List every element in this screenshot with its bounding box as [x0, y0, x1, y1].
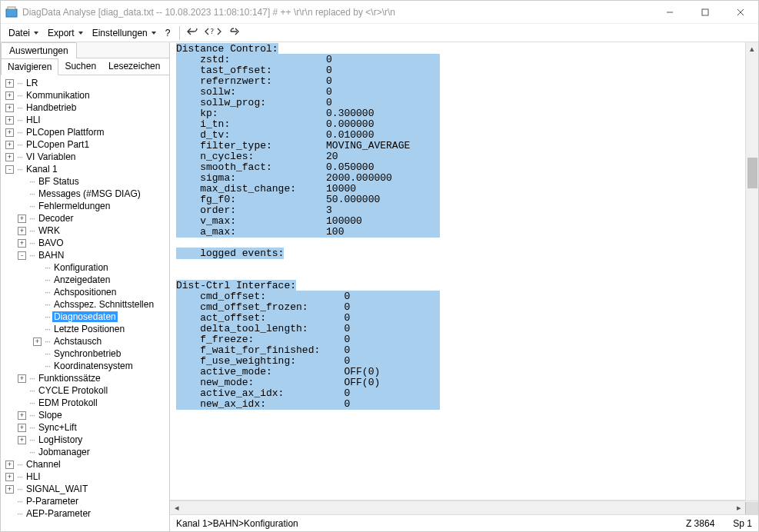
tree-item-label[interactable]: BF Status	[37, 176, 81, 187]
editor-content[interactable]: Distance Control: zstd: 0 tast_offset: 0…	[170, 42, 758, 441]
tree-item-label[interactable]: Fehlermeldungen	[37, 201, 112, 211]
tree-item[interactable]: ···Anzeigedaten	[1, 274, 169, 286]
tree-item[interactable]: ···Letzte Positionen	[1, 323, 169, 335]
expand-icon[interactable]: +	[18, 374, 26, 383]
tree-item[interactable]: +···LR	[1, 77, 169, 89]
tree-item[interactable]: +···PLCopen Part1	[1, 138, 169, 151]
close-button[interactable]	[723, 1, 758, 24]
tab-navigieren[interactable]: Navigieren	[1, 58, 58, 75]
tree-item[interactable]: ···P-Parameter	[1, 495, 169, 507]
tree-item-label[interactable]: LogHistory	[37, 434, 84, 445]
tree-item-label[interactable]: Anzeigedaten	[52, 274, 112, 285]
expand-icon[interactable]: +	[5, 485, 14, 494]
tree-item-label[interactable]: BAVO	[37, 238, 65, 248]
menu-export[interactable]: Export	[45, 26, 86, 40]
scroll-thumb[interactable]	[747, 158, 757, 188]
tree-item-label[interactable]: SIGNAL_WAIT	[25, 484, 89, 494]
nav-forward-icon[interactable]	[228, 26, 241, 39]
vertical-scrollbar[interactable]: ▴	[745, 42, 758, 500]
tree-item[interactable]: +···Slope	[1, 409, 169, 421]
expand-icon[interactable]: +	[18, 411, 26, 420]
tree-item[interactable]: ···Fehlermeldungen	[1, 200, 169, 212]
tree-item-label[interactable]: Decoder	[37, 213, 75, 224]
tab-auswertungen[interactable]: Auswertungen	[1, 42, 77, 58]
expand-icon[interactable]: +	[5, 473, 14, 481]
tree-view[interactable]: +···LR+···Kommunikation+···Handbetrieb+·…	[1, 75, 169, 531]
scroll-left-icon[interactable]: ◂	[170, 502, 183, 514]
tree-item[interactable]: ···Achsspez. Schnittstellen	[1, 298, 169, 311]
nav-back-icon[interactable]	[186, 26, 200, 39]
tree-item-label[interactable]: WRK	[37, 225, 62, 236]
tree-item[interactable]: +···PLCopen Plattform	[1, 126, 169, 138]
tab-suchen[interactable]: Suchen	[58, 58, 102, 75]
expand-icon[interactable]: +	[5, 128, 14, 137]
expand-icon[interactable]: +	[5, 104, 14, 112]
tree-item[interactable]: ···Achspositionen	[1, 286, 169, 298]
menu-settings[interactable]: Einstellungen	[89, 26, 159, 40]
minimize-button[interactable]	[652, 1, 687, 24]
tree-item-label[interactable]: Koordinatensystem	[52, 361, 135, 371]
expand-icon[interactable]: +	[18, 214, 26, 223]
tree-item[interactable]: ···AEP-Parameter	[1, 507, 169, 520]
tree-item-label[interactable]: Jobmanager	[37, 447, 92, 457]
expand-icon[interactable]: +	[5, 91, 14, 100]
expand-icon[interactable]: +	[33, 337, 42, 346]
menu-help[interactable]: ?	[162, 26, 174, 40]
tree-item-label[interactable]: LR	[25, 78, 39, 88]
tree-item-label[interactable]: HLI	[25, 471, 42, 482]
expand-icon[interactable]: +	[18, 424, 26, 432]
expand-icon[interactable]: +	[5, 79, 14, 88]
tree-item[interactable]: +···Handbetrieb	[1, 101, 169, 114]
tree-item-label[interactable]: Achspositionen	[52, 287, 118, 298]
tree-item[interactable]: ···Synchronbetrieb	[1, 347, 169, 360]
tree-item[interactable]: +···Decoder	[1, 212, 169, 224]
tree-item[interactable]: ···BF Status	[1, 175, 169, 188]
tree-item[interactable]: +···Achstausch	[1, 335, 169, 347]
tree-item[interactable]: ···Diagnosedaten	[1, 311, 169, 323]
tree-item-label[interactable]: Achstausch	[52, 336, 103, 347]
tree-item[interactable]: ···Koordinatensystem	[1, 360, 169, 372]
tree-item[interactable]: +···HLI	[1, 114, 169, 126]
tree-item-label[interactable]: EDM Protokoll	[37, 397, 99, 408]
tree-item-label[interactable]: Achsspez. Schnittstellen	[52, 299, 155, 310]
tree-item[interactable]: +···HLI	[1, 470, 169, 483]
tree-item-label[interactable]: Handbetrieb	[25, 102, 78, 113]
tree-item-label[interactable]: P-Parameter	[25, 496, 80, 507]
tree-item-label[interactable]: Funktionssätze	[37, 373, 102, 384]
expand-icon[interactable]: +	[18, 227, 26, 235]
tree-item[interactable]: +···VI Variablen	[1, 151, 169, 163]
tree-item-label[interactable]: HLI	[25, 115, 42, 125]
tree-item-label[interactable]: CYCLE Protokoll	[37, 385, 109, 396]
tree-item-label[interactable]: Channel	[25, 459, 62, 470]
tree-item-label[interactable]: Sync+Lift	[37, 422, 78, 433]
tree-item-label[interactable]: AEP-Parameter	[25, 508, 92, 519]
expand-icon[interactable]: +	[18, 239, 26, 248]
tree-item-label[interactable]: Kommunikation	[25, 90, 92, 101]
tree-item[interactable]: +···WRK	[1, 224, 169, 237]
tree-item-label[interactable]: Slope	[37, 410, 64, 421]
tree-item[interactable]: ···CYCLE Protokoll	[1, 384, 169, 397]
expand-icon[interactable]: +	[18, 436, 26, 444]
tree-item[interactable]: ···Jobmanager	[1, 446, 169, 458]
tree-item[interactable]: -···BAHN	[1, 249, 169, 261]
expand-icon[interactable]: +	[5, 141, 14, 149]
tree-item-label[interactable]: Messages (#MSG DIAG)	[37, 188, 142, 199]
tab-lesezeichen[interactable]: Lesezeichen	[102, 58, 166, 75]
tree-item-label[interactable]: PLCopen Part1	[25, 139, 91, 150]
menu-file[interactable]: Datei	[5, 26, 42, 40]
tree-item-label[interactable]: Diagnosedaten	[52, 311, 118, 322]
tree-item[interactable]: +···SIGNAL_WAIT	[1, 483, 169, 495]
tree-item[interactable]: +···BAVO	[1, 237, 169, 249]
expand-icon[interactable]: +	[5, 461, 14, 469]
tree-item[interactable]: ···Konfiguration	[1, 261, 169, 274]
scroll-up-icon[interactable]: ▴	[746, 42, 758, 55]
tree-item-label[interactable]: PLCopen Plattform	[25, 127, 105, 138]
scroll-right-icon[interactable]: ▸	[732, 502, 745, 514]
tree-item[interactable]: ···Messages (#MSG DIAG)	[1, 188, 169, 200]
tree-item[interactable]: +···Kommunikation	[1, 89, 169, 101]
tree-item[interactable]: +···Funktionssätze	[1, 372, 169, 384]
tree-item[interactable]: +···Sync+Lift	[1, 421, 169, 434]
horizontal-scrollbar[interactable]: ◂ ▸	[170, 500, 758, 514]
tree-item-label[interactable]: Letzte Positionen	[52, 324, 126, 334]
tree-item[interactable]: +···Channel	[1, 458, 169, 470]
